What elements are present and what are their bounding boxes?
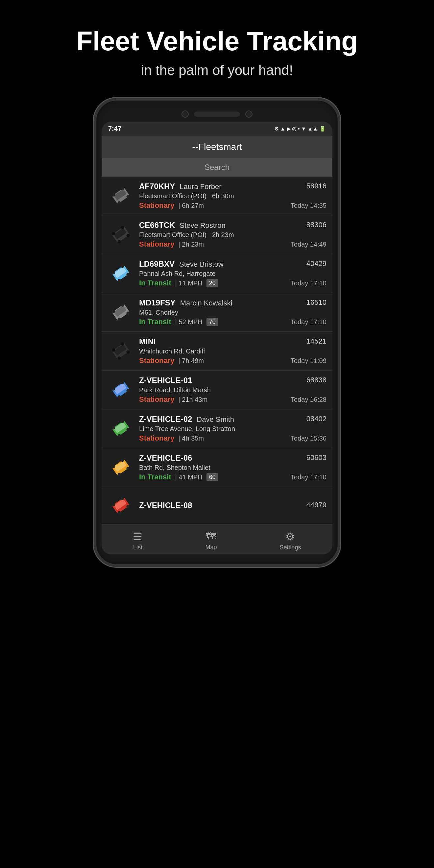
vehicle-location: Fleetsmart Office (POI) 6h 30m bbox=[139, 192, 327, 200]
play-icon: ▶ bbox=[287, 126, 291, 132]
vehicle-reg: LD69BXV bbox=[139, 259, 175, 269]
battery-icon: 🔋 bbox=[319, 126, 326, 132]
vehicle-location: Pannal Ash Rd, Harrogate bbox=[139, 270, 327, 278]
vehicle-status-line: Stationary | 7h 49m bbox=[139, 356, 204, 365]
signal-icon: ▲▲ bbox=[307, 126, 318, 132]
vehicle-info-v5: MINI 14521 Whitchurch Rd, Cardiff Statio… bbox=[139, 337, 327, 365]
status-badge: In Transit bbox=[139, 473, 171, 482]
vehicle-reg: Z-VEHICLE-01 bbox=[139, 376, 192, 385]
vehicle-reg: AF70KHY bbox=[139, 182, 175, 191]
status-badge: In Transit bbox=[139, 318, 171, 326]
vehicle-location: Whitchurch Rd, Cardiff bbox=[139, 347, 327, 355]
status-badge: Stationary bbox=[139, 201, 175, 210]
list-item[interactable]: MINI 14521 Whitchurch Rd, Cardiff Statio… bbox=[102, 332, 332, 371]
vehicle-time: Today 16:28 bbox=[291, 396, 327, 403]
status-duration: | 52 MPH bbox=[175, 318, 203, 326]
status-badge: Stationary bbox=[139, 395, 175, 404]
vehicle-icon-v9 bbox=[107, 492, 134, 519]
list-item[interactable]: Z-VEHICLE-02 Dave Smith 08402 Lime Tree … bbox=[102, 409, 332, 448]
vehicle-time: Today 11:09 bbox=[291, 357, 327, 365]
phone-frame: 7:47 ⚙ ▲ ▶ ◎ • ▼ ▲▲ 🔋 --Fleetsmart Searc… bbox=[94, 98, 340, 567]
vehicle-info-v1: AF70KHY Laura Forber 58916 Fleetsmart Of… bbox=[139, 182, 327, 210]
search-placeholder: Search bbox=[205, 163, 229, 172]
vehicle-driver: Steve Bristow bbox=[179, 260, 224, 269]
status-badge: Stationary bbox=[139, 356, 175, 365]
vehicle-driver: Laura Forber bbox=[180, 183, 221, 191]
vehicle-time: Today 17:10 bbox=[291, 279, 327, 287]
list-item[interactable]: Z-VEHICLE-08 44979 bbox=[102, 487, 332, 524]
vehicle-status-line: In Transit | 11 MPH 20 bbox=[139, 279, 218, 287]
status-duration: | 4h 35m bbox=[179, 435, 204, 442]
status-badge: Stationary bbox=[139, 434, 175, 442]
phone-screen: 7:47 ⚙ ▲ ▶ ◎ • ▼ ▲▲ 🔋 --Fleetsmart Searc… bbox=[102, 122, 332, 554]
vehicle-time: Today 17:10 bbox=[291, 318, 327, 326]
nav-item-settings[interactable]: ⚙ Settings bbox=[279, 530, 301, 551]
list-item[interactable]: CE66TCK Steve Rostron 88306 Fleetsmart O… bbox=[102, 215, 332, 254]
vehicle-time: Today 15:36 bbox=[291, 435, 327, 442]
vehicle-number: 14521 bbox=[306, 337, 327, 346]
vehicle-reg: MINI bbox=[139, 337, 156, 346]
bottom-nav: ☰ List 🗺 Map ⚙ Settings bbox=[102, 524, 332, 554]
status-bar: 7:47 ⚙ ▲ ▶ ◎ • ▼ ▲▲ 🔋 bbox=[102, 122, 332, 136]
camera-right bbox=[245, 111, 252, 118]
vehicle-reg: CE66TCK bbox=[139, 221, 175, 230]
nav-map-label: Map bbox=[205, 544, 217, 551]
search-bar[interactable]: Search bbox=[102, 158, 332, 177]
nav-item-list[interactable]: ☰ List bbox=[133, 530, 143, 551]
vehicle-number: 40429 bbox=[306, 259, 327, 268]
vehicle-time: Today 14:49 bbox=[291, 241, 327, 248]
vehicle-list: AF70KHY Laura Forber 58916 Fleetsmart Of… bbox=[102, 177, 332, 524]
speed-limit-badge: 70 bbox=[207, 318, 218, 326]
dot-icon: • bbox=[298, 126, 300, 132]
vehicle-info-v6: Z-VEHICLE-01 68838 Park Road, Dilton Mar… bbox=[139, 376, 327, 404]
settings-icon: ⚙ bbox=[285, 530, 295, 543]
phone-speaker bbox=[194, 112, 240, 117]
vehicle-driver: Steve Rostron bbox=[180, 221, 225, 230]
vehicle-icon-v4 bbox=[107, 299, 134, 326]
vehicle-number: 60603 bbox=[306, 454, 327, 462]
status-duration: | 21h 43m bbox=[179, 396, 208, 403]
vehicle-time: Today 14:35 bbox=[291, 202, 327, 210]
hero-subtitle: in the palm of your hand! bbox=[141, 62, 293, 78]
map-icon: 🗺 bbox=[206, 530, 216, 542]
status-badge: Stationary bbox=[139, 240, 175, 249]
list-item[interactable]: AF70KHY Laura Forber 58916 Fleetsmart Of… bbox=[102, 177, 332, 215]
nav-item-map[interactable]: 🗺 Map bbox=[205, 530, 217, 551]
vehicle-location: Bath Rd, Shepton Mallet bbox=[139, 464, 327, 471]
vehicle-status-line: Stationary | 4h 35m bbox=[139, 434, 204, 442]
status-duration: | 7h 49m bbox=[179, 357, 204, 365]
vehicle-location: Lime Tree Avenue, Long Stratton bbox=[139, 425, 327, 433]
vehicle-reg: MD19FSY bbox=[139, 298, 176, 307]
status-duration: | 11 MPH bbox=[175, 279, 203, 287]
vehicle-number: 88306 bbox=[306, 221, 327, 229]
vehicle-icon-v8 bbox=[107, 454, 134, 481]
vehicle-reg: Z-VEHICLE-06 bbox=[139, 454, 192, 463]
nav-icon: ▲ bbox=[280, 126, 285, 132]
list-item[interactable]: Z-VEHICLE-06 60603 Bath Rd, Shepton Mall… bbox=[102, 448, 332, 487]
speed-limit-badge: 20 bbox=[207, 279, 218, 287]
status-time: 7:47 bbox=[108, 125, 121, 132]
hero-title: Fleet Vehicle Tracking bbox=[76, 26, 358, 56]
list-icon: ☰ bbox=[133, 530, 143, 543]
status-duration: | 2h 23m bbox=[179, 241, 204, 248]
vehicle-icon-v6 bbox=[107, 377, 134, 403]
status-duration: | 41 MPH bbox=[175, 473, 203, 481]
vehicle-location: M61, Chorley bbox=[139, 309, 327, 316]
status-icons: ⚙ ▲ ▶ ◎ • ▼ ▲▲ 🔋 bbox=[274, 126, 326, 132]
vehicle-location: Park Road, Dilton Marsh bbox=[139, 386, 327, 394]
vehicle-icon-v7 bbox=[107, 415, 134, 442]
vehicle-driver: Marcin Kowalski bbox=[180, 299, 232, 307]
phone-notch bbox=[102, 111, 332, 118]
vehicle-status-line: Stationary | 21h 43m bbox=[139, 395, 208, 404]
list-item[interactable]: Z-VEHICLE-01 68838 Park Road, Dilton Mar… bbox=[102, 371, 332, 409]
speed-limit-badge: 60 bbox=[207, 473, 218, 482]
list-item[interactable]: MD19FSY Marcin Kowalski 16510 M61, Chorl… bbox=[102, 293, 332, 332]
status-badge: In Transit bbox=[139, 279, 171, 287]
vehicle-number: 08402 bbox=[306, 414, 327, 423]
status-duration: | 6h 27m bbox=[179, 202, 204, 210]
app-title: --Fleetsmart bbox=[192, 142, 242, 152]
vehicle-info-v3: LD69BXV Steve Bristow 40429 Pannal Ash R… bbox=[139, 259, 327, 287]
list-item[interactable]: LD69BXV Steve Bristow 40429 Pannal Ash R… bbox=[102, 254, 332, 293]
nav-list-label: List bbox=[133, 544, 143, 551]
vehicle-status-line: In Transit | 52 MPH 70 bbox=[139, 318, 218, 326]
